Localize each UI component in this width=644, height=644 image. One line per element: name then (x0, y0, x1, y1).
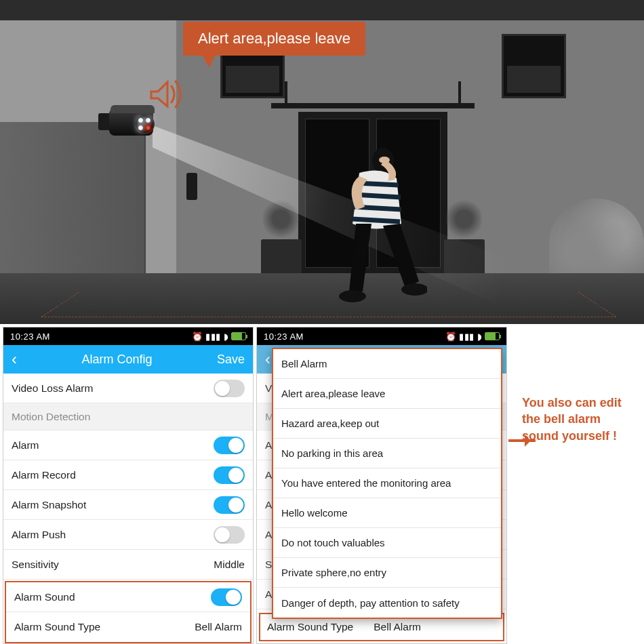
alarm-sound-type-value: Bell Alarm (195, 621, 242, 633)
back-button[interactable]: ‹ (265, 351, 270, 367)
toggle-alarm-snapshot[interactable] (214, 496, 245, 514)
row-alarm[interactable]: Alarm (3, 430, 253, 460)
planter-left (261, 239, 302, 277)
toggle-alarm-sound[interactable] (211, 588, 242, 606)
toggle-alarm[interactable] (214, 437, 245, 454)
highlight-alarm-sound-group: Alarm Sound Alarm Sound Type Bell Alarm (5, 581, 251, 643)
signal-icon: ▮▮▮ (459, 331, 475, 342)
window-right (502, 34, 566, 98)
toggle-alarm-push[interactable] (214, 526, 245, 544)
alarm-sound-dropdown[interactable]: Bell Alarm Alert area,please leave Hazar… (272, 348, 502, 619)
row-label: Alarm (12, 439, 39, 451)
row-label: Alarm Sound (14, 591, 75, 603)
row-label: Video Loss Alarm (12, 382, 93, 395)
promo-scene: Alert area,please leave (0, 0, 644, 324)
speech-bubble: Alert area,please leave (183, 22, 365, 56)
section-label: Motion Detection (12, 411, 90, 423)
save-button[interactable]: Save (217, 353, 245, 367)
bottom-panel: 10:23 AM ⏰ ▮▮▮ ◗ ‹ Alarm Config Save Vid… (0, 327, 644, 644)
status-time: 10:23 AM (10, 331, 50, 342)
planter-right (444, 239, 485, 277)
row-label: Alarm Snapshot (12, 499, 86, 511)
alarm-sound-type-value: Bell Alarm (374, 621, 421, 633)
toggle-video-loss[interactable] (214, 380, 245, 397)
status-bar: 10:23 AM ⏰ ▮▮▮ ◗ (257, 327, 506, 345)
row-label: Sensitivity (12, 559, 59, 571)
app-header: ‹ Alarm Config Save (3, 345, 253, 374)
status-time: 10:23 AM (264, 331, 304, 342)
toggle-alarm-record[interactable] (214, 466, 245, 484)
row-label: Alarm Record (12, 469, 76, 481)
phone-screenshot-1: 10:23 AM ⏰ ▮▮▮ ◗ ‹ Alarm Config Save Vid… (3, 327, 254, 644)
row-label: Alarm Sound Type (267, 621, 353, 633)
svg-point-6 (339, 290, 366, 302)
dropdown-option[interactable]: Private sphere,no entry (273, 558, 501, 588)
row-alarm-sound[interactable]: Alarm Sound (6, 582, 250, 612)
intruder-figure (319, 146, 427, 308)
status-icons: ⏰ ▮▮▮ ◗ (445, 331, 500, 342)
dropdown-option[interactable]: Danger of depth, pay attention to safety (273, 588, 501, 618)
row-alarm-snapshot[interactable]: Alarm Snapshot (3, 490, 253, 520)
dropdown-option[interactable]: You have entered the monitoring area (273, 468, 501, 498)
back-button[interactable]: ‹ (12, 351, 17, 367)
row-video-loss[interactable]: Video Loss Alarm (3, 374, 253, 403)
status-icons: ⏰ ▮▮▮ ◗ (192, 331, 247, 342)
dropdown-option[interactable]: Hazard area,keep out (273, 409, 501, 439)
row-alarm-record[interactable]: Alarm Record (3, 460, 253, 490)
dropdown-option[interactable]: Alert area,please leave (273, 379, 501, 409)
row-alarm-push[interactable]: Alarm Push (3, 520, 253, 550)
sensitivity-value: Middle (214, 559, 245, 571)
row-sensitivity[interactable]: Sensitivity Middle (3, 550, 253, 580)
signal-icon: ▮▮▮ (205, 331, 221, 342)
wifi-icon: ◗ (224, 331, 229, 342)
wall-lamp (186, 173, 197, 200)
door-awning (271, 81, 475, 108)
row-alarm-sound-type[interactable]: Alarm Sound Type Bell Alarm (6, 612, 250, 642)
dropdown-option[interactable]: No parking in this area (273, 439, 501, 468)
svg-line-5 (353, 219, 400, 222)
battery-icon (231, 332, 246, 340)
callout-annotation: You also can edit the bell alarm sound y… (522, 395, 641, 444)
roof (0, 0, 644, 20)
dropdown-option[interactable]: Do not touch valuables (273, 528, 501, 558)
status-bar: 10:23 AM ⏰ ▮▮▮ ◗ (3, 327, 253, 345)
megaphone-icon (146, 71, 186, 108)
header-title: Alarm Config (17, 353, 217, 367)
dropdown-option[interactable]: Hello welcome (273, 498, 501, 528)
battery-icon (485, 332, 500, 340)
dropdown-option[interactable]: Bell Alarm (273, 349, 501, 379)
security-camera (98, 105, 159, 139)
row-label: Alarm Push (12, 529, 66, 541)
phone-screenshot-2: 10:23 AM ⏰ ▮▮▮ ◗ ‹ Video Motio Alarm Ala… (256, 327, 507, 644)
wifi-icon: ◗ (477, 331, 483, 342)
row-label: Alarm Sound Type (14, 621, 100, 633)
section-motion-detection: Motion Detection (3, 403, 253, 430)
alarm-icon: ⏰ (445, 331, 457, 342)
alarm-icon: ⏰ (192, 331, 203, 342)
